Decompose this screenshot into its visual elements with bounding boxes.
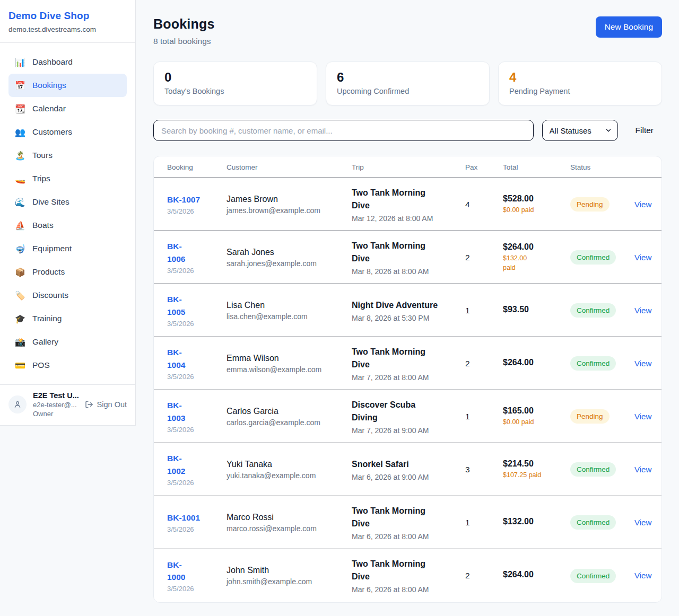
stat-label: Pending Payment <box>509 87 651 95</box>
customer-name: Sarah Jones <box>227 248 352 257</box>
trip-datetime: Mar 8, 2026 at 8:00 AM <box>352 267 465 276</box>
trip-name: Snorkel Safari <box>352 458 465 471</box>
sidebar-item-label: Equipment <box>32 244 72 253</box>
sidebar-item-label: Dive Sites <box>32 197 69 207</box>
booking-id-link[interactable]: BK- 1004 <box>167 346 185 371</box>
trip-datetime: Mar 12, 2026 at 8:00 AM <box>352 214 465 223</box>
table-row: BK- 10043/5/2026 Emma Wilsonemma.wilson@… <box>154 337 661 390</box>
sidebar-item-dive-sites[interactable]: 🌊Dive Sites <box>8 190 127 214</box>
trip-datetime: Mar 6, 2026 at 8:00 AM <box>352 585 465 594</box>
status-badge: Pending <box>570 197 610 212</box>
brand-domain: demo.test.divestreams.com <box>8 25 127 33</box>
pax-count: 1 <box>465 306 503 315</box>
booking-id-link[interactable]: BK- 1002 <box>167 452 185 477</box>
sidebar-item-label: Products <box>32 267 65 277</box>
table-row: BK- 10003/5/2026 John Smithjohn.smith@ex… <box>154 549 661 602</box>
package-icon: 📦 <box>15 267 25 277</box>
sign-out-button[interactable]: Sign Out <box>85 400 127 409</box>
status-badge: Confirmed <box>570 303 616 318</box>
stat-label: Upcoming Confirmed <box>337 87 478 95</box>
status-badge: Confirmed <box>570 356 616 371</box>
customer-name: Lisa Chen <box>227 301 352 310</box>
total-amount: $214.50 <box>503 459 570 469</box>
sidebar-item-tours[interactable]: 🏝️Tours <box>8 144 127 167</box>
sidebar-item-trips[interactable]: 🚤Trips <box>8 167 127 190</box>
sidebar: Demo Dive Shop demo.test.divestreams.com… <box>0 0 136 426</box>
sidebar-item-pos[interactable]: 💳POS <box>8 354 127 377</box>
customer-email: carlos.garcia@example.com <box>227 418 352 427</box>
status-select[interactable]: All Statuses <box>542 120 618 141</box>
col-header-booking: Booking <box>167 163 227 171</box>
booking-date: 3/5/2026 <box>167 267 227 275</box>
col-header-trip: Trip <box>352 163 465 171</box>
view-link[interactable]: View <box>634 253 651 262</box>
table-row: BK-10013/5/2026 Marco Rossimarco.rossi@e… <box>154 496 661 549</box>
status-select-wrap: All Statuses <box>542 120 618 141</box>
pax-count: 1 <box>465 412 503 421</box>
people-icon: 👥 <box>15 127 25 137</box>
paid-amount: $0.00 paid <box>503 206 570 215</box>
booking-id-link[interactable]: BK- 1000 <box>167 559 185 584</box>
trip-datetime: Mar 7, 2026 at 8:00 AM <box>352 373 465 382</box>
trip-name: Discover Scuba Diving <box>352 399 465 424</box>
status-badge: Confirmed <box>570 569 616 583</box>
view-link[interactable]: View <box>634 571 651 580</box>
sidebar-item-calendar[interactable]: 📆Calendar <box>8 97 127 120</box>
trip-datetime: Mar 6, 2026 at 8:00 AM <box>352 532 465 541</box>
status-badge: Confirmed <box>570 462 616 477</box>
sidebar-nav: 📊Dashboard 📅Bookings 📆Calendar 👥Customer… <box>0 43 135 384</box>
pax-count: 2 <box>465 253 503 262</box>
booking-id-link[interactable]: BK- 1005 <box>167 293 185 318</box>
sidebar-item-dashboard[interactable]: 📊Dashboard <box>8 50 127 74</box>
speedboat-icon: 🚤 <box>15 174 25 184</box>
user-role: Owner <box>33 410 79 418</box>
sidebar-item-discounts[interactable]: 🏷️Discounts <box>8 284 127 307</box>
booking-id-link[interactable]: BK- 1003 <box>167 399 185 424</box>
booking-date: 3/5/2026 <box>167 525 227 533</box>
sidebar-item-label: Tours <box>32 151 53 160</box>
bookings-table: Booking Customer Trip Pax Total Status B… <box>153 156 662 603</box>
sidebar-item-boats[interactable]: ⛵Boats <box>8 214 127 237</box>
sidebar-item-equipment[interactable]: 🤿Equipment <box>8 237 127 260</box>
sidebar-item-training[interactable]: 🎓Training <box>8 307 127 330</box>
sidebar-item-label: Discounts <box>32 291 68 300</box>
sidebar-item-label: Boats <box>32 221 54 230</box>
sidebar-item-gallery[interactable]: 📸Gallery <box>8 330 127 354</box>
main-content: Bookings 8 total bookings New Booking 0 … <box>136 0 679 603</box>
customer-name: Carlos Garcia <box>227 407 352 416</box>
filter-button[interactable]: Filter <box>636 126 654 135</box>
booking-date: 3/5/2026 <box>167 479 227 487</box>
sidebar-item-customers[interactable]: 👥Customers <box>8 120 127 144</box>
sidebar-item-label: Dashboard <box>32 57 73 67</box>
total-amount: $93.50 <box>503 305 570 314</box>
view-link[interactable]: View <box>634 200 651 209</box>
pax-count: 1 <box>465 518 503 527</box>
view-link[interactable]: View <box>634 518 651 527</box>
stat-card-upcoming-confirmed: 6 Upcoming Confirmed <box>326 61 490 105</box>
stat-card-pending-payment: 4 Pending Payment <box>498 61 662 105</box>
sign-out-icon <box>85 400 93 409</box>
booking-id-link[interactable]: BK- 1006 <box>167 240 185 265</box>
view-link[interactable]: View <box>634 359 651 368</box>
view-link[interactable]: View <box>634 412 651 421</box>
table-row: BK-10073/5/2026 James Brownjames.brown@e… <box>154 178 661 231</box>
sidebar-item-label: Calendar <box>32 104 66 113</box>
view-link[interactable]: View <box>634 465 651 474</box>
status-badge: Confirmed <box>570 250 616 265</box>
sidebar-item-products[interactable]: 📦Products <box>8 260 127 284</box>
customer-name: Marco Rossi <box>227 513 352 522</box>
sidebar-item-bookings[interactable]: 📅Bookings <box>8 74 127 97</box>
search-input[interactable] <box>153 120 534 141</box>
table-row: BK- 10063/5/2026 Sarah Jonessarah.jones@… <box>154 231 661 284</box>
trip-datetime: Mar 6, 2026 at 9:00 AM <box>352 473 465 481</box>
paid-amount: $0.00 paid <box>503 418 570 427</box>
customer-email: emma.wilson@example.com <box>227 365 352 374</box>
booking-id-link[interactable]: BK-1001 <box>167 512 200 524</box>
stats-cards: 0 Today's Bookings 6 Upcoming Confirmed … <box>153 61 662 105</box>
booking-id-link[interactable]: BK-1007 <box>167 193 200 206</box>
view-link[interactable]: View <box>634 306 651 315</box>
status-badge: Pending <box>570 409 610 424</box>
new-booking-button[interactable]: New Booking <box>596 16 662 38</box>
tear-calendar-icon: 📆 <box>15 104 25 114</box>
col-header-pax: Pax <box>465 163 503 171</box>
